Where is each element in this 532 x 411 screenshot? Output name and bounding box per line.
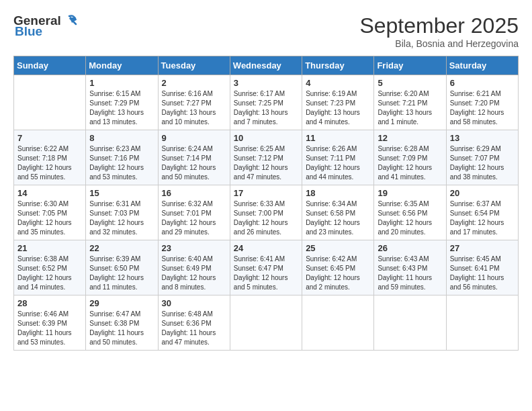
header-monday: Monday: [86, 56, 158, 75]
calendar-cell: 1Sunrise: 6:15 AMSunset: 7:29 PMDaylight…: [86, 75, 158, 130]
logo: General Blue: [13, 13, 77, 39]
calendar-cell: 3Sunrise: 6:17 AMSunset: 7:25 PMDaylight…: [230, 75, 302, 130]
day-number: 30: [162, 298, 226, 308]
day-info: Sunrise: 6:48 AMSunset: 6:36 PMDaylight:…: [162, 310, 226, 347]
day-info: Sunrise: 6:34 AMSunset: 6:58 PMDaylight:…: [306, 199, 370, 237]
calendar-cell: [14, 75, 86, 130]
logo-bird-icon: [62, 13, 77, 28]
day-info: Sunrise: 6:43 AMSunset: 6:43 PMDaylight:…: [378, 255, 442, 292]
day-info: Sunrise: 6:15 AMSunset: 7:29 PMDaylight:…: [89, 89, 154, 127]
day-info: Sunrise: 6:39 AMSunset: 6:50 PMDaylight:…: [89, 255, 154, 292]
calendar-cell: [374, 295, 446, 351]
day-info: Sunrise: 6:46 AMSunset: 6:39 PMDaylight:…: [17, 310, 82, 347]
week-row-5: 28Sunrise: 6:46 AMSunset: 6:39 PMDayligh…: [14, 295, 519, 351]
header-wednesday: Wednesday: [230, 56, 302, 75]
header-friday: Friday: [374, 56, 446, 75]
day-info: Sunrise: 6:38 AMSunset: 6:52 PMDaylight:…: [17, 255, 82, 292]
day-number: 18: [306, 188, 370, 198]
calendar-cell: 21Sunrise: 6:38 AMSunset: 6:52 PMDayligh…: [14, 240, 86, 295]
week-row-2: 7Sunrise: 6:22 AMSunset: 7:18 PMDaylight…: [14, 130, 519, 185]
calendar-cell: 2Sunrise: 6:16 AMSunset: 7:27 PMDaylight…: [158, 75, 230, 130]
day-info: Sunrise: 6:17 AMSunset: 7:25 PMDaylight:…: [234, 89, 298, 127]
calendar-table: SundayMondayTuesdayWednesdayThursdayFrid…: [13, 56, 519, 351]
calendar-cell: 12Sunrise: 6:28 AMSunset: 7:09 PMDayligh…: [374, 130, 446, 185]
day-number: 28: [17, 298, 82, 308]
calendar-cell: 29Sunrise: 6:47 AMSunset: 6:38 PMDayligh…: [86, 295, 158, 351]
day-info: Sunrise: 6:45 AMSunset: 6:41 PMDaylight:…: [450, 255, 515, 292]
day-number: 12: [378, 133, 442, 143]
logo-blue-text: Blue: [13, 24, 42, 39]
calendar-cell: [302, 295, 374, 351]
day-number: 15: [89, 188, 154, 198]
day-info: Sunrise: 6:40 AMSunset: 6:49 PMDaylight:…: [162, 255, 226, 292]
week-row-3: 14Sunrise: 6:30 AMSunset: 7:05 PMDayligh…: [14, 185, 519, 240]
header-saturday: Saturday: [446, 56, 518, 75]
calendar-cell: 8Sunrise: 6:23 AMSunset: 7:16 PMDaylight…: [86, 130, 158, 185]
day-number: 4: [306, 78, 370, 88]
calendar-cell: 10Sunrise: 6:25 AMSunset: 7:12 PMDayligh…: [230, 130, 302, 185]
day-number: 14: [17, 188, 82, 198]
day-number: 6: [450, 78, 515, 88]
day-info: Sunrise: 6:42 AMSunset: 6:45 PMDaylight:…: [306, 255, 370, 292]
calendar-cell: [230, 295, 302, 351]
day-number: 23: [162, 243, 226, 253]
day-info: Sunrise: 6:47 AMSunset: 6:38 PMDaylight:…: [89, 310, 154, 347]
day-info: Sunrise: 6:19 AMSunset: 7:23 PMDaylight:…: [306, 89, 370, 127]
day-number: 29: [89, 298, 154, 308]
day-number: 19: [378, 188, 442, 198]
calendar-cell: 23Sunrise: 6:40 AMSunset: 6:49 PMDayligh…: [158, 240, 230, 295]
day-number: 7: [17, 133, 82, 143]
day-number: 5: [378, 78, 442, 88]
day-number: 2: [162, 78, 226, 88]
calendar-cell: 18Sunrise: 6:34 AMSunset: 6:58 PMDayligh…: [302, 185, 374, 240]
location-subtitle: Bila, Bosnia and Herzegovina: [359, 38, 519, 49]
week-row-1: 1Sunrise: 6:15 AMSunset: 7:29 PMDaylight…: [14, 75, 519, 130]
day-info: Sunrise: 6:25 AMSunset: 7:12 PMDaylight:…: [234, 144, 298, 182]
week-row-4: 21Sunrise: 6:38 AMSunset: 6:52 PMDayligh…: [14, 240, 519, 295]
day-info: Sunrise: 6:20 AMSunset: 7:21 PMDaylight:…: [378, 89, 442, 127]
day-info: Sunrise: 6:24 AMSunset: 7:14 PMDaylight:…: [162, 144, 226, 182]
calendar-cell: 15Sunrise: 6:31 AMSunset: 7:03 PMDayligh…: [86, 185, 158, 240]
day-info: Sunrise: 6:33 AMSunset: 7:00 PMDaylight:…: [234, 199, 298, 237]
day-info: Sunrise: 6:37 AMSunset: 6:54 PMDaylight:…: [450, 199, 515, 237]
calendar-cell: 30Sunrise: 6:48 AMSunset: 6:36 PMDayligh…: [158, 295, 230, 351]
day-number: 21: [17, 243, 82, 253]
day-number: 11: [306, 133, 370, 143]
calendar-cell: [446, 295, 518, 351]
calendar-cell: 28Sunrise: 6:46 AMSunset: 6:39 PMDayligh…: [14, 295, 86, 351]
day-number: 27: [450, 243, 515, 253]
day-info: Sunrise: 6:26 AMSunset: 7:11 PMDaylight:…: [306, 144, 370, 182]
day-info: Sunrise: 6:35 AMSunset: 6:56 PMDaylight:…: [378, 199, 442, 237]
day-info: Sunrise: 6:28 AMSunset: 7:09 PMDaylight:…: [378, 144, 442, 182]
day-number: 26: [378, 243, 442, 253]
calendar-cell: 27Sunrise: 6:45 AMSunset: 6:41 PMDayligh…: [446, 240, 518, 295]
day-info: Sunrise: 6:29 AMSunset: 7:07 PMDaylight:…: [450, 144, 515, 182]
header-thursday: Thursday: [302, 56, 374, 75]
header-tuesday: Tuesday: [158, 56, 230, 75]
day-number: 22: [89, 243, 154, 253]
day-number: 24: [234, 243, 298, 253]
day-info: Sunrise: 6:23 AMSunset: 7:16 PMDaylight:…: [89, 144, 154, 182]
day-number: 1: [89, 78, 154, 88]
title-block: September 2025 Bila, Bosnia and Herzegov…: [359, 13, 519, 49]
day-number: 9: [162, 133, 226, 143]
calendar-cell: 16Sunrise: 6:32 AMSunset: 7:01 PMDayligh…: [158, 185, 230, 240]
day-info: Sunrise: 6:41 AMSunset: 6:47 PMDaylight:…: [234, 255, 298, 292]
month-title: September 2025: [359, 13, 519, 38]
calendar-cell: 26Sunrise: 6:43 AMSunset: 6:43 PMDayligh…: [374, 240, 446, 295]
calendar-cell: 22Sunrise: 6:39 AMSunset: 6:50 PMDayligh…: [86, 240, 158, 295]
day-number: 10: [234, 133, 298, 143]
calendar-cell: 5Sunrise: 6:20 AMSunset: 7:21 PMDaylight…: [374, 75, 446, 130]
day-info: Sunrise: 6:16 AMSunset: 7:27 PMDaylight:…: [162, 89, 226, 127]
calendar-cell: 11Sunrise: 6:26 AMSunset: 7:11 PMDayligh…: [302, 130, 374, 185]
calendar-cell: 24Sunrise: 6:41 AMSunset: 6:47 PMDayligh…: [230, 240, 302, 295]
calendar-cell: 20Sunrise: 6:37 AMSunset: 6:54 PMDayligh…: [446, 185, 518, 240]
day-info: Sunrise: 6:31 AMSunset: 7:03 PMDaylight:…: [89, 199, 154, 237]
day-number: 20: [450, 188, 515, 198]
day-info: Sunrise: 6:30 AMSunset: 7:05 PMDaylight:…: [17, 199, 82, 237]
day-number: 16: [162, 188, 226, 198]
day-info: Sunrise: 6:32 AMSunset: 7:01 PMDaylight:…: [162, 199, 226, 237]
page-header: General Blue September 2025 Bila, Bosnia…: [13, 13, 519, 49]
day-info: Sunrise: 6:22 AMSunset: 7:18 PMDaylight:…: [17, 144, 82, 182]
day-number: 17: [234, 188, 298, 198]
